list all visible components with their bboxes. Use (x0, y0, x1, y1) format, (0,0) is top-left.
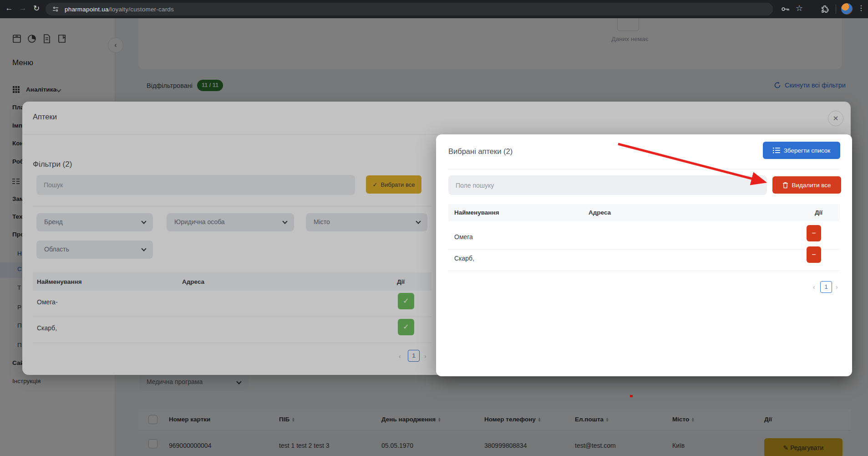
col-selected-address: Адреса (589, 209, 611, 216)
url-host: pharmapoint.ua (65, 6, 109, 13)
bookmark-star-icon[interactable]: ☆ (796, 3, 803, 13)
delete-all-button[interactable]: Видалити все (772, 176, 841, 194)
profile-avatar[interactable] (841, 3, 853, 15)
app-page: ‹ Меню Аналітика Пла Імп Кон Роб Зам Тех… (0, 18, 868, 456)
selected-row-name: Скарб, (454, 255, 474, 262)
url-path: /loyalty/customer-cards (109, 6, 174, 13)
forward-icon[interactable]: → (17, 4, 28, 13)
prev-page-icon[interactable]: ‹ (813, 283, 815, 291)
selected-pharmacies-panel: Вибрані аптеки (2) Зберегти список Видал… (436, 134, 852, 376)
col-selected-name: Найменування (454, 209, 499, 216)
save-list-label: Зберегти список (784, 147, 831, 154)
divider (448, 169, 840, 169)
row-divider (448, 249, 840, 250)
address-bar[interactable]: pharmapoint.ua/loyalty/customer-cards (46, 3, 773, 15)
page-number[interactable]: 1 (820, 281, 832, 293)
next-page-icon[interactable]: › (836, 283, 838, 291)
site-info-icon[interactable] (52, 5, 59, 13)
browser-menu-icon[interactable]: ⋮ (858, 4, 865, 12)
row-divider (448, 271, 840, 271)
save-list-button[interactable]: Зберегти список (763, 142, 840, 159)
reload-icon[interactable]: ↻ (31, 4, 42, 13)
delete-all-label: Видалити все (792, 182, 831, 189)
back-icon[interactable]: ← (4, 4, 15, 13)
remove-pharmacy-button[interactable]: − (807, 225, 821, 241)
toolbar-separator (836, 5, 836, 14)
url-text: pharmapoint.ua/loyalty/customer-cards (65, 6, 174, 13)
password-key-icon[interactable] (781, 5, 790, 13)
screen: ← → ↻ pharmapoint.ua/loyalty/customer-ca… (0, 0, 868, 456)
remove-pharmacy-button[interactable]: − (807, 246, 821, 263)
col-selected-actions: Дії (815, 209, 822, 216)
browser-toolbar: ← → ↻ pharmapoint.ua/loyalty/customer-ca… (0, 0, 868, 18)
selected-search-input[interactable] (448, 175, 767, 195)
annotation-red-dot (630, 395, 633, 397)
trash-icon (782, 182, 788, 189)
list-icon (773, 147, 780, 154)
selected-row-name: Омега (454, 233, 473, 241)
panel-title: Вибрані аптеки (2) (448, 147, 513, 156)
extensions-icon[interactable] (821, 5, 829, 13)
panel-table-header-row (448, 204, 840, 221)
